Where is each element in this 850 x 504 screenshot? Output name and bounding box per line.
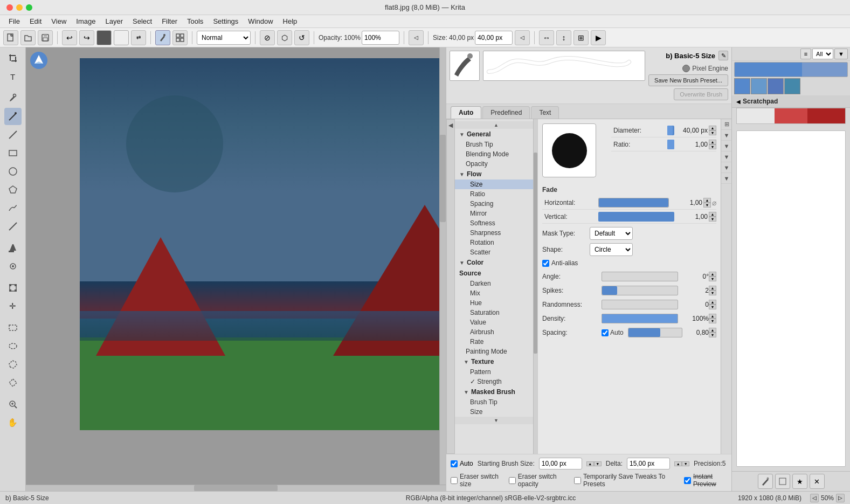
nav-mix[interactable]: Mix — [455, 288, 537, 298]
density-up[interactable]: ▲ — [709, 314, 716, 319]
wrap-btn[interactable]: ⊞ — [573, 30, 589, 45]
eraser-btn[interactable]: ⊘ — [260, 30, 275, 45]
nav-scatter[interactable]: Scatter — [455, 247, 537, 257]
delta-down[interactable]: ▼ — [682, 461, 689, 466]
scratchpad-clear-btn[interactable]: ✕ — [810, 474, 825, 489]
eraser-size-input[interactable] — [451, 477, 458, 484]
menu-edit[interactable]: Edit — [25, 16, 46, 26]
spacing-spin[interactable]: ▲ ▼ — [709, 328, 716, 337]
spacing-auto-check[interactable]: Auto — [602, 329, 624, 336]
blending-mode-select[interactable]: Normal — [197, 31, 251, 45]
ratio-up[interactable]: ▲ — [709, 140, 716, 144]
nav-collapse-btn[interactable]: ◀ — [446, 119, 455, 454]
contiguous-select-tool[interactable] — [4, 374, 22, 391]
crop-tool[interactable] — [4, 50, 22, 67]
transform-tool[interactable] — [4, 279, 22, 296]
randomness-bar[interactable] — [602, 300, 678, 309]
menu-select[interactable]: Select — [128, 16, 156, 26]
horizontal-spin[interactable]: ▲ ▼ — [703, 198, 711, 208]
starting-size-input[interactable] — [539, 458, 582, 470]
vertical-up[interactable]: ▲ — [709, 212, 716, 217]
filter-btn-1[interactable]: ≡ — [800, 49, 811, 59]
freehand-select-tool[interactable] — [4, 356, 22, 373]
menu-layer[interactable]: Layer — [101, 16, 127, 26]
pattern-tool-btn[interactable] — [172, 30, 188, 45]
nav-ratio[interactable]: Ratio — [455, 189, 537, 199]
elliptical-select-tool[interactable] — [4, 337, 22, 355]
maximize-button[interactable] — [26, 4, 32, 11]
randomness-down[interactable]: ▼ — [709, 305, 716, 309]
edge-btn-4[interactable]: ▼ — [721, 151, 731, 162]
window-controls[interactable] — [6, 4, 32, 11]
tab-text[interactable]: Text — [531, 106, 559, 119]
zoom-out-btn[interactable]: ◁ — [810, 494, 819, 502]
shape-select[interactable]: Circle — [590, 243, 633, 256]
zoom-tool[interactable] — [4, 396, 22, 413]
calligraphy-tool[interactable] — [4, 218, 22, 235]
nav-pattern[interactable]: Pattern — [455, 367, 537, 377]
delta-up[interactable]: ▲ — [674, 461, 682, 466]
spikes-up[interactable]: ▲ — [709, 286, 716, 291]
close-button[interactable] — [6, 4, 13, 11]
undo-btn[interactable]: ↩ — [62, 30, 77, 45]
redo-btn[interactable]: ↪ — [79, 30, 94, 45]
circle-tool[interactable] — [4, 163, 22, 180]
nav-section-general[interactable]: ▼ General — [455, 129, 537, 140]
menu-help[interactable]: Help — [279, 16, 302, 26]
diameter-down[interactable]: ▼ — [709, 130, 716, 135]
bg-color-btn[interactable] — [114, 30, 129, 45]
diameter-up[interactable]: ▲ — [709, 126, 716, 130]
spikes-down[interactable]: ▼ — [709, 291, 716, 295]
nav-brush-tip-2[interactable]: Brush Tip — [455, 397, 537, 407]
eraser-size-check[interactable]: Eraser switch size — [451, 473, 500, 488]
menu-tools[interactable]: Tools — [183, 16, 208, 26]
nav-airbrush[interactable]: Airbrush — [455, 327, 537, 337]
eraser-opacity-input[interactable] — [509, 477, 516, 484]
nav-spacing[interactable]: Spacing — [455, 199, 537, 209]
spacing-up[interactable]: ▲ — [709, 328, 716, 333]
starting-down[interactable]: ▼ — [594, 461, 602, 466]
save-preset-btn[interactable]: Save New Brush Preset... — [648, 74, 728, 86]
ratio-spin[interactable]: ▲ ▼ — [709, 140, 716, 149]
open-document-btn[interactable] — [20, 30, 36, 45]
freehand-brush-tool[interactable] — [4, 108, 22, 125]
spacing-down[interactable]: ▼ — [709, 333, 716, 337]
auto-check[interactable]: Auto — [451, 460, 473, 467]
nav-hue[interactable]: Hue — [455, 298, 537, 308]
size-input[interactable] — [475, 31, 513, 45]
vertical-spin[interactable]: ▲ ▼ — [709, 212, 716, 222]
nav-scroll-up[interactable]: ▲ — [455, 121, 537, 129]
scratchpad-back-btn[interactable]: ◀ — [736, 99, 741, 105]
nav-scroll-down[interactable]: ▼ — [455, 417, 537, 424]
ratio-bar[interactable] — [667, 140, 674, 149]
menu-window[interactable]: Window — [244, 16, 277, 26]
menu-image[interactable]: Image — [72, 16, 100, 26]
tab-auto[interactable]: Auto — [451, 106, 481, 119]
angle-bar[interactable] — [602, 272, 678, 281]
fg-color-btn[interactable] — [96, 30, 112, 45]
edge-btn-5[interactable]: ▼ — [721, 162, 731, 173]
freehand-path-tool[interactable] — [4, 199, 22, 217]
angle-spin[interactable]: ▲ ▼ — [709, 272, 716, 281]
edge-btn-3[interactable]: ▼ — [721, 141, 731, 151]
pan-tool[interactable]: ✋ — [4, 414, 22, 431]
save-tweaks-check[interactable]: Temporarily Save Tweaks To Presets — [574, 473, 667, 488]
vertical-down[interactable]: ▼ — [709, 217, 716, 222]
nav-section-source[interactable]: Source — [455, 268, 537, 279]
move-tool[interactable]: ✛ — [4, 298, 22, 315]
density-spin[interactable]: ▲ ▼ — [709, 314, 716, 323]
menu-filter[interactable]: Filter — [157, 16, 182, 26]
edge-btn-2[interactable]: ▼ — [721, 130, 731, 141]
size-down-btn[interactable]: ◁ — [515, 30, 530, 45]
horizontal-scrollbar[interactable] — [26, 485, 446, 491]
nav-section-masked[interactable]: ▼ Masked Brush — [455, 386, 537, 397]
density-down[interactable]: ▼ — [709, 319, 716, 323]
opacity-input[interactable] — [362, 31, 399, 45]
nav-darken[interactable]: Darken — [455, 279, 537, 288]
nav-painting-mode[interactable]: Painting Mode — [455, 347, 537, 356]
vertical-bar-wrap[interactable] — [598, 212, 674, 222]
nav-section-flow[interactable]: ▼ Flow — [455, 169, 537, 179]
delta-input[interactable] — [627, 458, 670, 470]
nav-size-2[interactable]: Size — [455, 407, 537, 417]
menu-view[interactable]: View — [47, 16, 71, 26]
